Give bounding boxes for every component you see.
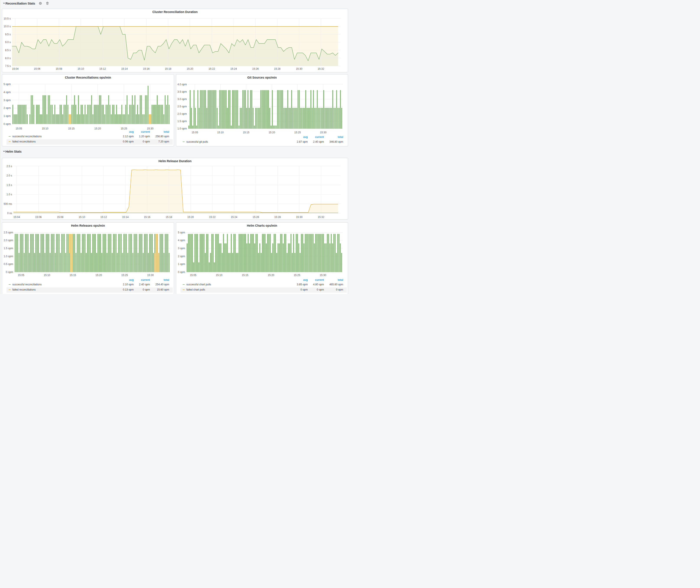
svg-text:1.0 opm: 1.0 opm — [177, 127, 187, 130]
svg-text:15:20: 15:20 — [187, 67, 193, 70]
svg-text:Helm Charts ops/min: Helm Charts ops/min — [247, 224, 277, 227]
svg-text:3 opm: 3 opm — [178, 247, 185, 250]
svg-text:2.40 opm: 2.40 opm — [313, 140, 324, 143]
svg-text:4.0 opm: 4.0 opm — [177, 83, 187, 86]
svg-text:2.5 s: 2.5 s — [6, 165, 12, 168]
svg-text:15:18: 15:18 — [166, 215, 172, 218]
svg-text:total: total — [338, 278, 343, 281]
svg-text:7.20 opm: 7.20 opm — [158, 140, 169, 143]
svg-text:256.80 opm: 256.80 opm — [155, 135, 169, 138]
svg-text:254.40 opm: 254.40 opm — [155, 283, 169, 286]
svg-text:8.0 s: 8.0 s — [5, 57, 11, 60]
svg-text:15:24: 15:24 — [230, 67, 237, 70]
svg-text:current: current — [315, 278, 324, 281]
svg-text:9.5 s: 9.5 s — [5, 33, 11, 36]
svg-text:successful git pulls: successful git pulls — [186, 140, 208, 143]
svg-text:15:25: 15:25 — [294, 131, 301, 134]
svg-text:15:05: 15:05 — [190, 273, 196, 276]
svg-text:15:10: 15:10 — [42, 127, 48, 130]
svg-text:2.87 opm: 2.87 opm — [297, 140, 308, 143]
svg-text:15:14: 15:14 — [121, 67, 127, 70]
svg-text:15:20: 15:20 — [269, 131, 275, 134]
svg-text:0 opm: 0 opm — [6, 270, 13, 273]
svg-text:2.10 opm: 2.10 opm — [123, 283, 134, 286]
svg-text:current: current — [141, 130, 150, 133]
svg-text:total: total — [164, 130, 169, 133]
svg-text:9.0 s: 9.0 s — [5, 41, 11, 44]
svg-text:15:30: 15:30 — [320, 131, 326, 134]
svg-text:15:08: 15:08 — [56, 67, 62, 70]
svg-text:15:28: 15:28 — [274, 67, 280, 70]
svg-text:15:30: 15:30 — [320, 273, 326, 276]
svg-text:Git Sources ops/min: Git Sources ops/min — [247, 76, 277, 79]
svg-text:15:08: 15:08 — [57, 215, 63, 218]
svg-text:15.60 opm: 15.60 opm — [157, 288, 169, 291]
svg-text:Helm Release Duration: Helm Release Duration — [158, 159, 192, 163]
svg-text:8.5 s: 8.5 s — [5, 49, 11, 52]
svg-text:15:25: 15:25 — [294, 273, 300, 276]
svg-text:15:20: 15:20 — [187, 215, 194, 218]
svg-text:15:15: 15:15 — [68, 127, 74, 130]
svg-text:15:30: 15:30 — [147, 273, 154, 276]
svg-text:Helm Releases ops/min: Helm Releases ops/min — [71, 224, 105, 227]
svg-text:avg: avg — [129, 130, 134, 133]
svg-text:3 opm: 3 opm — [3, 99, 11, 102]
svg-text:346.80 opm: 346.80 opm — [329, 140, 343, 143]
svg-text:15:10: 15:10 — [77, 67, 84, 70]
svg-text:1.0 s: 1.0 s — [6, 193, 12, 196]
svg-text:10.5 s: 10.5 s — [3, 17, 11, 20]
svg-text:2.12 opm: 2.12 opm — [123, 135, 134, 138]
svg-text:15:16: 15:16 — [143, 67, 149, 70]
svg-text:1.5 opm: 1.5 opm — [177, 120, 187, 123]
svg-text:15:28: 15:28 — [274, 215, 281, 218]
svg-text:15:32: 15:32 — [318, 67, 324, 70]
svg-text:failed reconciliations: failed reconciliations — [12, 288, 36, 291]
svg-text:successful chart pulls: successful chart pulls — [186, 283, 211, 286]
svg-text:15:26: 15:26 — [252, 215, 259, 218]
svg-text:4 opm: 4 opm — [3, 91, 11, 94]
svg-text:0.5 opm: 0.5 opm — [4, 263, 13, 266]
svg-text:0 opm: 0 opm — [143, 288, 150, 291]
svg-text:0 opm: 0 opm — [3, 123, 11, 126]
svg-text:0.13 opm: 0.13 opm — [123, 288, 134, 291]
svg-text:current: current — [315, 136, 324, 139]
svg-text:10.0 s: 10.0 s — [3, 25, 11, 28]
svg-text:15:26: 15:26 — [252, 67, 259, 70]
svg-text:1.20 opm: 1.20 opm — [139, 135, 150, 138]
svg-text:1.5 opm: 1.5 opm — [4, 247, 13, 250]
svg-text:failed reconciliations: failed reconciliations — [12, 140, 36, 143]
svg-text:2 opm: 2 opm — [178, 255, 185, 258]
svg-text:0 opm: 0 opm — [143, 140, 150, 143]
svg-text:avg: avg — [303, 278, 308, 281]
svg-text:total: total — [338, 136, 343, 139]
svg-text:2.0 s: 2.0 s — [6, 174, 12, 177]
svg-text:0 opm: 0 opm — [336, 288, 343, 291]
svg-text:15:30: 15:30 — [147, 127, 153, 130]
svg-text:15:25: 15:25 — [121, 273, 128, 276]
svg-text:5 opm: 5 opm — [178, 231, 185, 234]
svg-text:0.06 opm: 0.06 opm — [123, 140, 134, 143]
svg-text:2 opm: 2 opm — [3, 107, 11, 110]
svg-text:15:30: 15:30 — [296, 215, 302, 218]
svg-text:15:22: 15:22 — [209, 215, 215, 218]
svg-text:15:06: 15:06 — [35, 215, 42, 218]
svg-text:avg: avg — [129, 278, 134, 281]
svg-text:465.60 opm: 465.60 opm — [329, 283, 343, 286]
svg-text:15:14: 15:14 — [122, 215, 129, 218]
svg-text:15:06: 15:06 — [34, 67, 40, 70]
svg-text:2.5 opm: 2.5 opm — [177, 105, 187, 108]
svg-text:1 opm: 1 opm — [3, 115, 11, 118]
svg-text:3.85 opm: 3.85 opm — [297, 283, 308, 286]
svg-text:15:22: 15:22 — [208, 67, 215, 70]
svg-text:15:10: 15:10 — [79, 215, 85, 218]
svg-text:15:30: 15:30 — [296, 67, 302, 70]
svg-text:successful reconciliations: successful reconciliations — [12, 135, 42, 138]
svg-text:15:10: 15:10 — [217, 131, 224, 134]
svg-text:0 opm: 0 opm — [317, 288, 324, 291]
svg-text:5 opm: 5 opm — [3, 83, 11, 86]
svg-text:1.5 s: 1.5 s — [6, 183, 12, 186]
svg-text:3.5 opm: 3.5 opm — [177, 90, 187, 93]
svg-text:0 ns: 0 ns — [7, 212, 12, 215]
svg-text:15:05: 15:05 — [192, 131, 198, 134]
svg-text:1 opm: 1 opm — [178, 263, 185, 266]
